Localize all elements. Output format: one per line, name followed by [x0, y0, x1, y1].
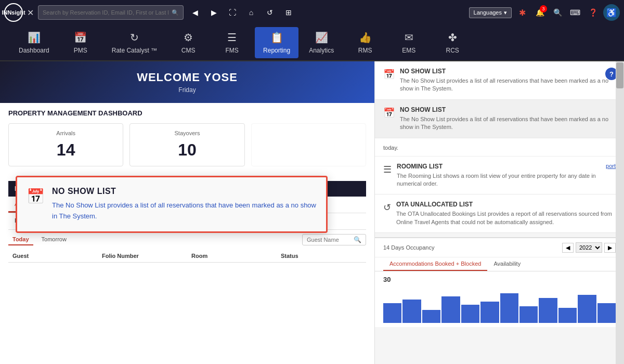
report-title-no-show-2: NO SHOW LIST — [400, 106, 616, 113]
bar-8 — [519, 306, 538, 323]
search-input[interactable] — [43, 9, 168, 16]
nav-item-label-pms: PMS — [74, 47, 87, 54]
nav-item-label-reporting: Reporting — [263, 47, 290, 54]
report-item-ota[interactable]: ↺ OTA UNALLOCATED LIST The OTA Unallocat… — [375, 194, 624, 233]
report-link[interactable]: port — [606, 163, 616, 169]
scrollbar-track[interactable] — [616, 61, 624, 364]
report-desc-ota: The OTA Unallocated Bookings List provid… — [396, 210, 616, 226]
nav-item-label-dashboard: Dashboard — [19, 47, 49, 54]
report-item-no-show-top[interactable]: 📅 NO SHOW LIST The No Show List provides… — [375, 61, 624, 100]
rooming-list-icon: ☰ — [383, 164, 392, 175]
nav-item-label-ems: EMS — [402, 47, 415, 54]
bar-9 — [539, 298, 557, 323]
no-show-popup: 📅 NO SHOW LIST The No Show List provides… — [16, 176, 328, 233]
back-button[interactable]: ◀ — [188, 5, 202, 20]
report-item-content-no-show-top: NO SHOW LIST The No Show List provides a… — [400, 68, 616, 93]
nav-item-label-cms: CMS — [181, 47, 196, 54]
help-icon[interactable]: ❓ — [586, 5, 600, 20]
right-panel: ? 📅 NO SHOW LIST The No Show List provid… — [374, 61, 624, 364]
scrollbar-thumb[interactable] — [616, 62, 623, 88]
stayovers-label: Stayovers — [140, 130, 233, 136]
filter-today[interactable]: Today — [8, 234, 33, 245]
report-title-ota: OTA UNALLOCATED LIST — [396, 201, 616, 208]
notification-bell[interactable]: 🔔 3 — [532, 5, 547, 20]
bar-2 — [402, 300, 421, 323]
report-item-rooming-list[interactable]: ☰ ROOMING LIST The Rooming List shows a … — [375, 157, 624, 195]
reporting-icon: 📋 — [270, 31, 283, 44]
search-icon-top[interactable]: 🔍 — [550, 5, 565, 20]
rate-catalyst-icon: ↻ — [130, 31, 139, 44]
rms-icon: 👍 — [359, 31, 372, 44]
bar-10 — [558, 308, 577, 323]
close-button[interactable]: ✕ — [27, 8, 34, 18]
search-guest-icon: 🔍 — [354, 236, 361, 243]
nav-item-rate-catalyst[interactable]: ↻ Rate Catalyst ™ — [103, 27, 165, 58]
welcome-title: WELCOME YOSE — [9, 71, 365, 84]
grid-button[interactable]: ⊞ — [281, 5, 296, 20]
forward-button[interactable]: ▶ — [206, 5, 221, 20]
nav-item-pms[interactable]: 📅 PMS — [60, 27, 101, 58]
chart-value: 30 — [375, 271, 624, 285]
home-button[interactable]: ⌂ — [244, 5, 258, 20]
dashboard-title: PROPERTY MANAGEMENT DASHBOARD — [8, 109, 366, 117]
today-note: today. — [375, 138, 624, 157]
arrivals-value: 14 — [19, 140, 112, 160]
right-nav-icons: Languages ▾ ✱ 🔔 3 🔍 ⌨ ❓ ♿ — [469, 4, 620, 21]
notification-badge: 3 — [540, 5, 547, 12]
pms-icon: 📅 — [74, 31, 87, 44]
tab-availability[interactable]: Availability — [487, 257, 527, 271]
refresh-button[interactable]: ↺ — [263, 5, 277, 20]
placeholder-card — [251, 123, 366, 166]
app-logo[interactable]: INNsight — [4, 3, 23, 22]
welcome-header: WELCOME YOSE Friday — [0, 61, 374, 103]
report-title-no-show-top: NO SHOW LIST — [400, 68, 616, 75]
bar-5 — [461, 305, 479, 323]
search-icon: 🔍 — [172, 9, 179, 16]
ems-icon: ✉ — [405, 31, 413, 44]
nav-item-analytics[interactable]: 📈 Analytics — [301, 27, 342, 58]
nav-item-reporting[interactable]: 📋 Reporting — [255, 27, 298, 58]
nav-item-dashboard[interactable]: 📊 Dashboard — [10, 27, 58, 58]
popup-description: The No Show List provides a list of all … — [52, 200, 317, 222]
bar-1 — [383, 303, 401, 323]
ota-icon: ↺ — [383, 202, 391, 213]
nav-item-label-fms: FMS — [225, 47, 238, 54]
language-button[interactable]: Languages ▾ — [469, 7, 512, 18]
dashboard-section: PROPERTY MANAGEMENT DASHBOARD Arrivals 1… — [0, 103, 374, 181]
prev-year-button[interactable]: ◀ — [562, 243, 574, 253]
nav-item-rcs[interactable]: ✤ RCS — [432, 27, 473, 58]
guest-name-input[interactable] — [307, 237, 354, 243]
report-item-content-rooming: ROOMING LIST The Rooming List shows a ro… — [397, 163, 601, 188]
report-title-rooming: ROOMING LIST — [397, 163, 601, 170]
nav-item-cms[interactable]: ⚙ CMS — [167, 27, 209, 58]
popup-calendar-icon: 📅 — [27, 188, 45, 205]
top-navigation: INNsight ✕ 🔍 ◀ ▶ ⛶ ⌂ ↺ ⊞ Languages ▾ ✱ 🔔… — [0, 0, 624, 25]
nav-item-label-analytics: Analytics — [309, 47, 334, 54]
occupancy-container: 14 Days Occupancy ◀ 2022 ▶ Accommodation… — [375, 237, 624, 327]
tab-accommodations-booked[interactable]: Accommodations Booked + Blocked — [383, 257, 487, 271]
fullscreen-button[interactable]: ⛶ — [225, 5, 240, 20]
popup-title: NO SHOW LIST — [52, 187, 317, 196]
nav-item-label-rate-catalyst: Rate Catalyst ™ — [112, 47, 157, 54]
stayovers-card: Stayovers 10 — [129, 123, 244, 166]
year-select[interactable]: 2022 — [576, 242, 602, 253]
search-bar-container: 🔍 — [38, 5, 184, 20]
report-desc-no-show-2: The No Show List provides a list of all … — [400, 115, 616, 132]
accessibility-icon[interactable]: ♿ — [603, 4, 620, 21]
analytics-icon: 📈 — [315, 31, 328, 44]
report-item-no-show-2[interactable]: 📅 NO SHOW LIST The No Show List provides… — [375, 100, 624, 138]
occupancy-chart — [375, 285, 624, 327]
arrivals-label: Arrivals — [19, 130, 112, 136]
notification-asterisk[interactable]: ✱ — [515, 5, 529, 20]
nav-item-ems[interactable]: ✉ EMS — [388, 27, 430, 58]
report-calendar-icon-top: 📅 — [383, 69, 395, 80]
filter-tomorrow[interactable]: Tomorrow — [37, 234, 71, 245]
dashboard-icon: 📊 — [28, 31, 41, 44]
next-year-button[interactable]: ▶ — [604, 243, 616, 253]
nav-item-label-rcs: RCS — [446, 47, 459, 54]
bar-11 — [578, 295, 596, 323]
nav-item-rms[interactable]: 👍 RMS — [344, 27, 386, 58]
nav-item-fms[interactable]: ☰ FMS — [211, 27, 253, 58]
keyboard-icon[interactable]: ⌨ — [568, 5, 582, 20]
left-panel: WELCOME YOSE Friday PROPERTY MANAGEMENT … — [0, 61, 374, 364]
